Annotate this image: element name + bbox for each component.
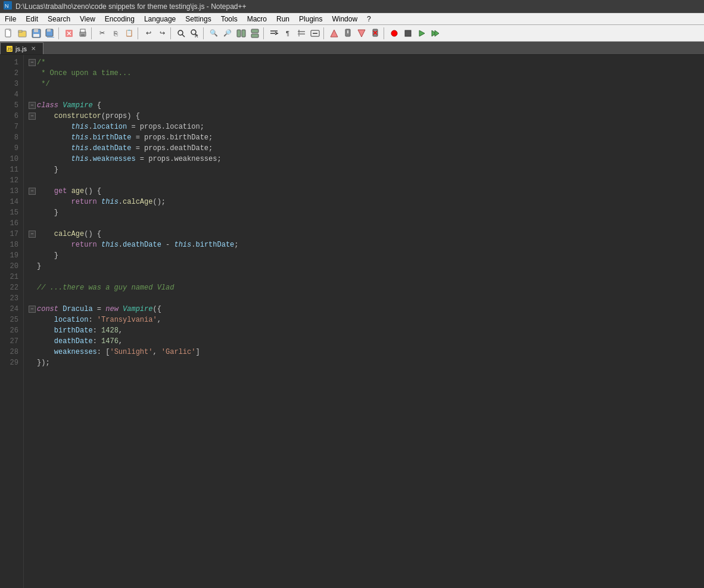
fold-btn-13[interactable]: − (29, 188, 36, 195)
code-line-6: − constructor(props) { (29, 111, 704, 122)
sync-scroll-v[interactable] (235, 27, 248, 40)
redo-button[interactable]: ↪ (155, 27, 169, 40)
line-num-12: 12 (2, 175, 18, 186)
macro-play[interactable] (415, 27, 428, 40)
menu-plugins[interactable]: Plugins (294, 13, 327, 24)
code-area: 1 2 3 4 5 6 7 8 9 10 11 12 13 14 15 16 1… (0, 55, 704, 588)
line-num-2: 2 (2, 68, 18, 79)
copy-button[interactable]: ⎘ (109, 27, 122, 40)
menu-help[interactable]: ? (362, 13, 376, 24)
menu-window[interactable]: Window (327, 13, 362, 24)
svg-line-20 (182, 35, 185, 37)
wrap-button[interactable] (267, 27, 281, 40)
paste-button[interactable]: 📋 (123, 27, 136, 40)
svg-rect-7 (34, 29, 38, 32)
print-button[interactable] (76, 27, 89, 40)
menu-edit[interactable]: Edit (21, 13, 43, 24)
macro-run-multiple[interactable] (429, 27, 442, 40)
sync-scroll-h[interactable] (248, 27, 261, 40)
close-button[interactable] (63, 27, 76, 40)
show-all-chars[interactable]: ¶ (281, 27, 294, 40)
menu-run[interactable]: Run (272, 13, 294, 24)
tab-label: js.js (15, 45, 27, 52)
svg-point-42 (391, 30, 397, 36)
bookmark-prev[interactable] (328, 27, 341, 40)
line-num-29: 29 (2, 357, 18, 368)
code-line-18: return this.deathDate - this.birthDate; (29, 239, 704, 250)
menu-view[interactable]: View (75, 13, 100, 24)
menu-macro[interactable]: Macro (242, 13, 272, 24)
code-line-13: − get age() { (29, 186, 704, 197)
save-button[interactable] (30, 27, 43, 40)
line-num-23: 23 (2, 293, 18, 304)
line-num-4: 4 (2, 89, 18, 100)
menu-encoding[interactable]: Encoding (100, 13, 139, 24)
save-all-button[interactable] (43, 27, 57, 40)
code-line-20: } (29, 261, 704, 272)
tab-close-button[interactable]: ✕ (30, 45, 37, 52)
fold-btn-17[interactable]: − (29, 231, 36, 238)
zoom-out-button[interactable]: 🔎 (221, 27, 234, 40)
bookmark-next[interactable] (355, 27, 368, 40)
code-line-4 (29, 89, 704, 100)
fold-btn-6[interactable]: − (29, 113, 36, 120)
new-button[interactable] (2, 27, 15, 40)
menu-settings[interactable]: Settings (180, 13, 216, 24)
macro-stop[interactable] (401, 27, 415, 40)
code-line-21 (29, 272, 704, 282)
svg-text:JS: JS (7, 47, 13, 51)
toolbar-sep-7 (323, 27, 326, 39)
find-button[interactable] (175, 27, 188, 40)
tab-bar: JS js.js ✕ (0, 42, 704, 55)
svg-rect-17 (81, 34, 85, 35)
zoom-in-button[interactable]: 🔍 (207, 27, 220, 40)
bookmark-toggle[interactable] (341, 27, 354, 40)
cut-button[interactable]: ✂ (95, 27, 108, 40)
code-line-10: this.weaknesses = props.weaknesses; (29, 154, 704, 164)
fold-all[interactable] (309, 27, 322, 40)
svg-rect-16 (80, 29, 85, 32)
svg-marker-46 (435, 30, 439, 36)
find-replace-button[interactable]: R (188, 27, 201, 40)
line-num-1: 1 (2, 57, 18, 68)
line-num-28: 28 (2, 347, 18, 357)
tab-jsjs[interactable]: JS js.js ✕ (0, 42, 43, 54)
line-num-17: 17 (2, 229, 18, 239)
code-line-2: * Once upon a time... (29, 68, 704, 79)
code-line-3: */ (29, 79, 704, 89)
code-line-15: } (29, 207, 704, 218)
svg-rect-43 (405, 30, 411, 36)
line-num-13: 13 (2, 186, 18, 197)
code-line-28: weaknesses: ['Sunlight', 'Garlic'] (29, 347, 704, 357)
line-num-16: 16 (2, 218, 18, 229)
code-line-27: deathDate: 1476, (29, 336, 704, 347)
clear-bookmarks[interactable] (369, 27, 382, 40)
line-num-20: 20 (2, 261, 18, 272)
svg-text:N: N (5, 3, 9, 9)
svg-rect-24 (237, 30, 241, 37)
code-line-9: this.deathDate = props.deathDate; (29, 143, 704, 154)
fold-btn-5[interactable]: − (29, 102, 36, 109)
menu-tools[interactable]: Tools (216, 13, 242, 24)
js-file-icon: JS (7, 46, 13, 52)
line-num-18: 18 (2, 239, 18, 250)
code-content[interactable]: −/* * Once upon a time... */ −class Vamp… (24, 55, 704, 588)
line-num-26: 26 (2, 325, 18, 336)
line-num-21: 21 (2, 272, 18, 282)
toolbar-sep-6 (263, 27, 266, 39)
code-line-14: return this.calcAge(); (29, 197, 704, 207)
svg-marker-38 (358, 30, 365, 37)
menu-language[interactable]: Language (139, 13, 180, 24)
fold-btn-24[interactable]: − (29, 306, 36, 313)
toolbar: ✂ ⎘ 📋 ↩ ↪ R 🔍 🔎 ¶ (0, 25, 704, 42)
menu-file[interactable]: File (0, 13, 21, 24)
code-line-16 (29, 218, 704, 229)
code-line-1: −/* (29, 57, 704, 68)
macro-record[interactable] (388, 27, 401, 40)
fold-btn-1[interactable]: − (29, 59, 36, 66)
menu-search[interactable]: Search (43, 13, 75, 24)
indent-guide[interactable] (295, 27, 308, 40)
open-button[interactable] (16, 27, 29, 40)
svg-marker-44 (419, 30, 425, 36)
undo-button[interactable]: ↩ (142, 27, 155, 40)
